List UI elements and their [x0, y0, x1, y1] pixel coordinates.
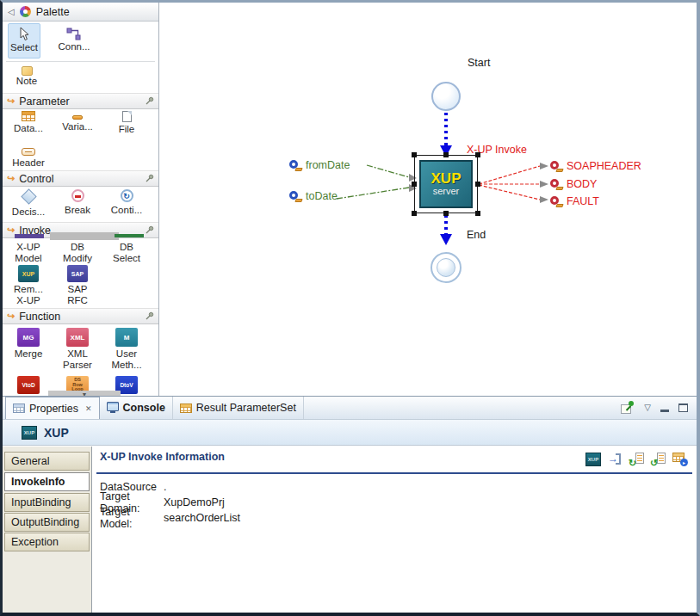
input-param-todate[interactable]: toDate [289, 190, 338, 202]
clipped-icon [15, 234, 44, 238]
item-label: Conti... [111, 205, 142, 216]
palette-item-v-to-d[interactable]: VtoD Extract [4, 376, 53, 396]
tab-properties[interactable]: Properties ✕ [5, 397, 100, 419]
pin-icon[interactable] [145, 309, 154, 324]
import-icon[interactable]: → [608, 453, 623, 466]
selection-handle[interactable] [475, 152, 480, 157]
palette-collapse-icon[interactable]: ◁ [8, 7, 15, 16]
palette-item-xml-parser[interactable]: XML XML Parser [53, 328, 102, 371]
xup-icon[interactable]: XUP [585, 453, 601, 466]
field-label: Target Model: [100, 506, 164, 530]
close-icon[interactable]: ✕ [85, 404, 92, 413]
selection-handle[interactable] [475, 182, 480, 187]
input-param-icon [289, 191, 302, 202]
item-label: DB Select [113, 242, 140, 264]
palette-item-xup-model[interactable]: X-UP Model [4, 240, 53, 264]
result-table-icon [180, 403, 192, 413]
palette-item-continue[interactable]: ↻ Conti... [102, 188, 151, 216]
divider [6, 61, 155, 62]
run-result-table-icon[interactable]: ▸ [672, 453, 688, 466]
selection-handle[interactable] [412, 152, 417, 157]
item-label: Data... [14, 123, 43, 134]
palette-item-file[interactable]: File [102, 111, 151, 135]
clipped-icon [50, 232, 119, 240]
selection-handle[interactable] [443, 211, 449, 216]
palette-tool-note[interactable]: Note [8, 64, 46, 89]
section-label: Control [19, 173, 53, 185]
palette-item-user-method[interactable]: M User Meth... [102, 328, 151, 371]
field-target-model: Target Model: searchOrderList [100, 510, 240, 526]
start-node[interactable] [431, 82, 461, 111]
input-param-fromdate[interactable]: fromDate [289, 159, 350, 171]
side-tab-inputbinding[interactable]: InputBinding [4, 493, 90, 512]
section-header-function[interactable]: ↪ Function [3, 308, 158, 324]
note-icon [22, 66, 33, 76]
pin-view-icon[interactable] [620, 401, 635, 415]
item-label: Varia... [62, 121, 93, 132]
invoke-info-toolbar: XUP → ↻ ↺ ▸ [585, 453, 688, 466]
tab-result-parameterset[interactable]: Result ParameterSet [173, 397, 304, 419]
palette-tool-select[interactable]: Select [8, 23, 40, 59]
section-arrow-icon: ↪ [7, 96, 15, 106]
palette-header: ◁ Palette [3, 3, 158, 22]
tab-console[interactable]: Console [100, 397, 173, 419]
output-param-icon [550, 161, 563, 172]
palette-item-decision[interactable]: Decis... [4, 188, 53, 218]
field-value: . [164, 481, 166, 493]
palette-item-header[interactable]: Header [4, 146, 53, 169]
xup-invoke-node[interactable]: XUP server [419, 160, 473, 208]
item-label: Header [12, 157, 45, 169]
output-param-body[interactable]: BODY [550, 178, 597, 190]
palette-item-remote-xup[interactable]: XUP Rem... X-UP [4, 265, 53, 306]
decision-icon [21, 188, 36, 204]
item-label: Break [65, 205, 90, 216]
output-param-fault[interactable]: FAULT [550, 195, 599, 207]
output-param-soapheader[interactable]: SOAPHEADER [550, 160, 641, 172]
selection-handle[interactable] [443, 152, 449, 157]
end-node[interactable] [431, 252, 462, 283]
output-param-label: FAULT [567, 195, 599, 207]
properties-view-body: General InvokeInfo InputBinding OutputBi… [3, 447, 697, 613]
palette-item-sap-rfc[interactable]: SAP SAP RFC [53, 265, 102, 306]
view-menu-icon[interactable]: ▽ [644, 403, 651, 412]
palette-item-db-select[interactable]: DB Select [102, 240, 151, 264]
side-tab-general[interactable]: General [4, 452, 90, 471]
break-icon [71, 189, 84, 202]
start-label: Start [468, 57, 490, 69]
merge-icon: MG [17, 328, 40, 347]
selection-handle[interactable] [412, 182, 417, 187]
cursor-icon [18, 27, 30, 42]
section-label: Function [19, 311, 60, 323]
tool-label: Note [16, 76, 37, 86]
item-label: DB Modify [63, 242, 92, 264]
palette-item-data[interactable]: Data... [4, 111, 53, 134]
selection-handle[interactable] [412, 211, 417, 216]
palette-tool-connection[interactable]: Conn... [51, 25, 97, 59]
node-title: XUP [431, 171, 462, 186]
side-tab-exception[interactable]: Exception [4, 533, 90, 551]
data-grid-icon [22, 111, 35, 121]
selection-handle[interactable] [475, 211, 480, 216]
reload-list-icon[interactable]: ↺ [651, 453, 666, 466]
refresh-list-icon[interactable]: ↻ [629, 453, 644, 466]
section-header-parameter[interactable]: ↪ Parameter [3, 93, 158, 109]
palette-item-variable[interactable]: Varia... [53, 111, 102, 132]
palette-item-break[interactable]: Break [53, 188, 102, 216]
minimize-icon[interactable] [660, 410, 669, 412]
palette-item-db-modify[interactable]: DB Modify [53, 240, 102, 264]
xml-parser-icon: XML [66, 328, 89, 347]
side-tab-invokeinfo[interactable]: InvokeInfo [4, 472, 90, 491]
pin-icon[interactable] [145, 223, 154, 238]
maximize-icon[interactable] [678, 403, 688, 412]
application-window: ◁ Palette Select Conn... Note ↪ Paramete… [0, 0, 700, 616]
section-header-control[interactable]: ↪ Control [3, 170, 158, 187]
pin-icon[interactable] [145, 94, 154, 109]
item-label: Decis... [12, 206, 45, 218]
item-label: Rem... X-UP [14, 284, 43, 306]
palette-item-merge[interactable]: MG Merge [4, 328, 53, 360]
side-tab-outputbinding[interactable]: OutputBinding [4, 513, 90, 532]
diagram-canvas[interactable]: Start X-UP Invoke XUP server End fromDat… [160, 3, 697, 396]
item-label: User Meth... [111, 348, 141, 371]
pin-icon[interactable] [145, 171, 154, 187]
xup-icon: XUP [18, 265, 39, 282]
